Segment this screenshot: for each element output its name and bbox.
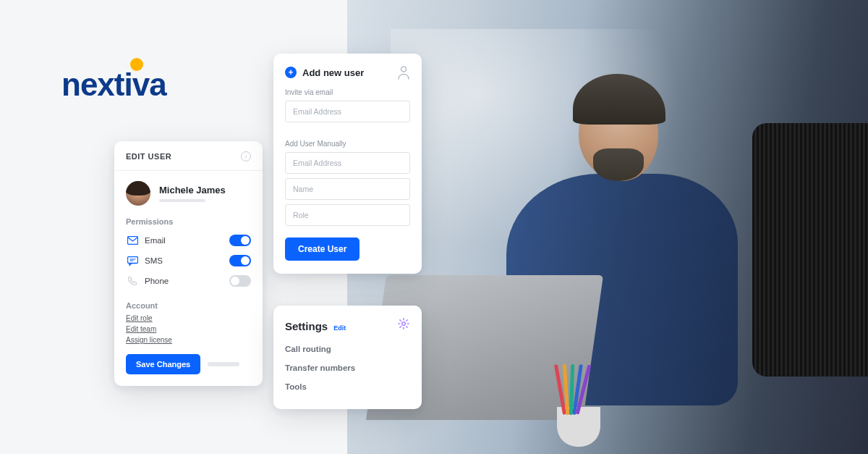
account-label: Account <box>114 295 263 314</box>
plus-circle-icon: + <box>285 67 297 78</box>
toggle-phone[interactable] <box>229 275 251 287</box>
brand-name: nextiva <box>61 67 166 103</box>
settings-item-transfer-numbers[interactable]: Transfer numbers <box>285 358 410 377</box>
svg-point-2 <box>401 67 407 72</box>
settings-title: Settings <box>285 320 328 332</box>
edit-user-card: EDIT USER i Michele James Permissions Em… <box>114 141 263 386</box>
perm-row-sms: SMS <box>126 251 251 271</box>
invite-email-input[interactable] <box>285 101 410 122</box>
toggle-email[interactable] <box>229 235 251 246</box>
perm-row-phone: Phone <box>126 271 251 291</box>
add-user-title: Add new user <box>302 67 397 78</box>
add-manually-label: Add User Manually <box>285 140 410 148</box>
footer-placeholder <box>208 362 239 366</box>
svg-rect-0 <box>127 237 137 245</box>
save-changes-button[interactable]: Save Changes <box>126 354 200 374</box>
svg-point-3 <box>402 322 406 326</box>
gear-icon <box>397 317 410 330</box>
hero-photo <box>347 0 868 454</box>
perm-label: Phone <box>145 277 229 285</box>
link-edit-team[interactable]: Edit team <box>126 325 251 333</box>
mail-icon <box>126 236 139 245</box>
perm-label: SMS <box>145 256 229 265</box>
manual-name-input[interactable] <box>285 178 410 200</box>
settings-card: Settings Edit Call routing Transfer numb… <box>273 306 422 409</box>
add-user-card: + Add new user Invite via email Add User… <box>273 54 422 274</box>
settings-edit-link[interactable]: Edit <box>333 324 346 332</box>
perm-row-email: Email <box>126 230 251 251</box>
sms-icon <box>126 256 139 266</box>
manual-email-input[interactable] <box>285 152 410 174</box>
settings-item-call-routing[interactable]: Call routing <box>285 340 410 358</box>
perm-label: Email <box>145 236 229 245</box>
manual-role-input[interactable] <box>285 204 410 226</box>
link-edit-role[interactable]: Edit role <box>126 314 251 322</box>
logo-dot-icon <box>130 58 143 71</box>
user-subline-placeholder <box>159 199 205 202</box>
permissions-label: Permissions <box>114 211 263 230</box>
create-user-button[interactable]: Create User <box>285 237 359 261</box>
svg-rect-1 <box>127 256 137 263</box>
brand-logo: nextiva <box>61 67 166 103</box>
phone-icon <box>126 276 139 286</box>
user-icon <box>397 65 410 80</box>
invite-via-email-label: Invite via email <box>285 88 410 96</box>
user-name: Michele James <box>159 185 226 196</box>
avatar <box>126 181 150 206</box>
info-icon[interactable]: i <box>241 151 251 161</box>
toggle-sms[interactable] <box>229 255 251 266</box>
settings-item-tools[interactable]: Tools <box>285 377 410 396</box>
edit-user-title: EDIT USER <box>126 152 171 161</box>
link-assign-license[interactable]: Assign license <box>126 336 251 344</box>
